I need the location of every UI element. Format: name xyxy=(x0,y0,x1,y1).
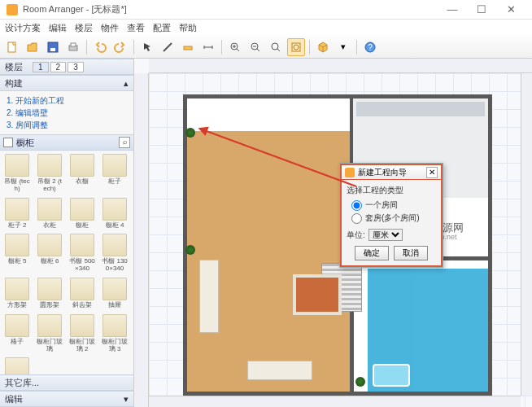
menu-design[interactable]: 设计方案 xyxy=(5,22,41,34)
dialog-title: 新建工程向导 xyxy=(358,167,407,178)
cancel-button[interactable]: 取消 xyxy=(394,246,428,260)
gallery-item[interactable]: 柜子 xyxy=(101,154,129,193)
ruler-vertical xyxy=(134,73,149,407)
furniture-thumb-icon xyxy=(102,278,127,300)
window-title: Room Arranger - [无标题*] xyxy=(23,3,438,15)
zoom-in-button[interactable] xyxy=(226,38,244,56)
sidebar: 楼层 1 2 3 构建▴ 开始新的工程 编辑墙壁 房间调整 橱柜 ⌕ 吊橱 (t… xyxy=(0,59,134,407)
menu-floor[interactable]: 楼层 xyxy=(75,22,93,34)
svg-point-10 xyxy=(294,45,299,50)
gallery-item[interactable]: 方形架 xyxy=(3,278,31,309)
app-logo-icon xyxy=(7,4,18,15)
gallery-item[interactable]: 橱柜 4 xyxy=(101,198,129,230)
3d-dropdown-icon[interactable]: ▾ xyxy=(334,38,352,56)
build-panel-header[interactable]: 构建▴ xyxy=(0,75,133,91)
wall-tool-button[interactable] xyxy=(159,38,177,56)
object-gallery: 吊橱 (tech)吊橱 2 (tech)衣橱柜子柜子 2衣柜橱柜橱柜 4橱柜 5… xyxy=(0,151,133,374)
radio-multi-room[interactable]: 套房(多个房间) xyxy=(351,212,436,224)
gallery-item-label: 方形架 xyxy=(3,302,31,309)
open-file-button[interactable] xyxy=(24,38,41,56)
menu-object[interactable]: 物件 xyxy=(101,22,119,34)
unit-select[interactable]: 厘米 xyxy=(368,229,403,241)
floor-plan[interactable] xyxy=(183,94,492,396)
furniture-thumb-icon xyxy=(102,154,127,177)
gallery-item[interactable]: 抽屉 xyxy=(101,278,129,309)
gallery-item[interactable]: 衣柜 xyxy=(36,198,63,230)
plant-icon xyxy=(185,245,195,255)
floor-tab-2[interactable]: 2 xyxy=(50,62,67,72)
zoom-out-button[interactable] xyxy=(246,38,264,56)
close-button[interactable]: ✕ xyxy=(496,3,525,15)
titlebar: Room Arranger - [无标题*] — ☐ ✕ xyxy=(0,0,532,20)
category-header[interactable]: 橱柜 ⌕ xyxy=(0,134,133,151)
dialog-icon xyxy=(345,168,355,177)
furniture-thumb-icon xyxy=(5,278,29,300)
gallery-item[interactable]: 格子 xyxy=(3,314,31,353)
radio-single-room[interactable]: 一个房间 xyxy=(351,199,436,211)
scrollbar-horizontal[interactable] xyxy=(149,396,521,407)
build-item-new-project[interactable]: 开始新的工程 xyxy=(7,94,127,107)
kitchen-counter xyxy=(356,102,486,116)
gallery-item[interactable]: 橱柜门玻璃 3 xyxy=(101,314,129,353)
gallery-item[interactable]: 吊橱 2 (tech) xyxy=(36,154,63,193)
furniture-thumb-icon xyxy=(37,198,62,221)
svg-rect-2 xyxy=(50,48,55,51)
help-button[interactable]: ? xyxy=(361,38,379,56)
print-button[interactable] xyxy=(64,38,82,56)
redo-button[interactable] xyxy=(111,38,129,56)
gallery-item[interactable]: 衣橱 xyxy=(68,154,96,193)
gallery-item[interactable]: 橱柜 xyxy=(68,198,96,230)
dialog-titlebar[interactable]: 新建工程向导 ✕ xyxy=(340,164,443,180)
undo-button[interactable] xyxy=(91,38,109,56)
menu-edit[interactable]: 编辑 xyxy=(49,22,67,34)
gallery-item[interactable]: 橱柜 6 xyxy=(36,234,63,273)
save-button[interactable] xyxy=(44,38,62,56)
menu-config[interactable]: 配置 xyxy=(153,22,171,34)
furniture-thumb-icon xyxy=(70,154,94,177)
gallery-item[interactable]: 橱柜门玻璃 xyxy=(3,357,31,374)
floor-tab-1[interactable]: 1 xyxy=(33,62,49,72)
3d-view-button[interactable] xyxy=(314,38,332,56)
gallery-item-label: 橱柜门玻璃 3 xyxy=(101,339,129,353)
gallery-item[interactable]: 柜子 2 xyxy=(3,198,31,230)
gallery-item[interactable]: 吊橱 (tech) xyxy=(3,154,31,193)
build-item-edit-walls[interactable]: 编辑墙壁 xyxy=(7,107,127,119)
other-library-header[interactable]: 其它库... xyxy=(0,374,133,391)
gallery-item-label: 衣柜 xyxy=(36,222,63,230)
canvas-area[interactable]: 新建工程向导 ✕ 选择工程的类型 一个房间 套房(多个房间) 单位: 厘米 确定… xyxy=(134,59,532,407)
menu-view[interactable]: 查看 xyxy=(127,22,145,34)
pointer-tool-button[interactable] xyxy=(138,38,156,56)
gallery-item-label: 柜子 2 xyxy=(3,222,31,230)
maximize-button[interactable]: ☐ xyxy=(467,3,496,15)
gallery-item[interactable]: 橱柜门玻璃 2 xyxy=(68,314,96,353)
build-item-room-adjust[interactable]: 房间调整 xyxy=(7,119,127,131)
ruler-horizontal xyxy=(149,59,532,73)
furniture-thumb-icon xyxy=(37,314,62,337)
gallery-item[interactable]: 书橱 1300×340 xyxy=(101,234,129,273)
dialog-close-button[interactable]: ✕ xyxy=(426,167,438,178)
gallery-item[interactable]: 橱柜门玻璃 xyxy=(36,314,63,353)
zoom-fit-button[interactable] xyxy=(267,38,285,56)
gallery-item-label: 书橱 500×340 xyxy=(68,258,96,273)
gallery-item-label: 橱柜 5 xyxy=(3,258,31,265)
category-checkbox-icon[interactable] xyxy=(3,138,13,147)
zoom-window-button[interactable] xyxy=(287,38,305,56)
minimize-button[interactable]: — xyxy=(438,3,467,15)
gallery-item-label: 橱柜门玻璃 xyxy=(36,339,63,353)
menu-help[interactable]: 帮助 xyxy=(179,22,197,34)
scrollbar-vertical[interactable] xyxy=(521,73,532,396)
gallery-item[interactable]: 斜齿架 xyxy=(68,278,96,309)
gallery-item-label: 书橱 1300×340 xyxy=(101,258,129,273)
ok-button[interactable]: 确定 xyxy=(355,246,389,260)
new-file-button[interactable] xyxy=(3,38,21,56)
floors-panel-header[interactable]: 楼层 1 2 3 xyxy=(0,59,133,75)
floor-tab-3[interactable]: 3 xyxy=(68,62,84,72)
gallery-item[interactable]: 书橱 500×340 xyxy=(68,234,96,273)
gallery-item[interactable]: 橱柜 5 xyxy=(3,234,31,273)
measure-tool-button[interactable] xyxy=(179,38,197,56)
gallery-item[interactable]: 圆形架 xyxy=(36,278,63,309)
plant-icon xyxy=(185,128,195,138)
edit-panel-header[interactable]: 编辑▾ xyxy=(0,391,133,407)
dimension-tool-button[interactable] xyxy=(199,38,217,56)
category-search-icon[interactable]: ⌕ xyxy=(119,137,130,148)
